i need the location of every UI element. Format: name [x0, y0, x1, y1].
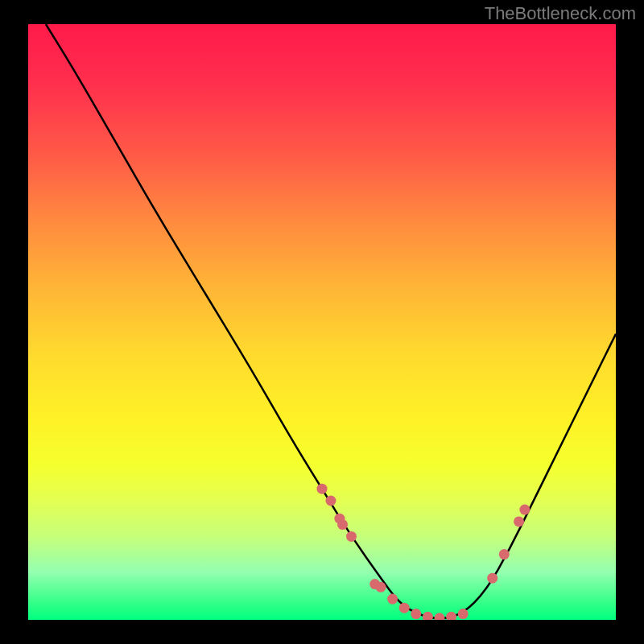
data-point — [519, 505, 530, 515]
data-point — [376, 582, 386, 592]
data-point — [317, 484, 328, 494]
data-point — [499, 549, 510, 559]
data-point — [435, 613, 445, 620]
data-point — [399, 603, 410, 613]
chart-area — [28, 24, 616, 620]
data-point — [346, 531, 357, 542]
data-point — [446, 612, 456, 620]
data-point — [325, 496, 336, 506]
points-svg — [28, 24, 616, 620]
data-point — [514, 516, 524, 526]
data-point — [487, 573, 497, 584]
data-point — [337, 519, 348, 530]
points-group — [317, 484, 530, 620]
data-point — [458, 609, 469, 619]
watermark-text: TheBottleneck.com — [485, 3, 636, 24]
data-point — [387, 594, 398, 605]
data-point — [411, 609, 421, 619]
data-point — [423, 612, 433, 620]
